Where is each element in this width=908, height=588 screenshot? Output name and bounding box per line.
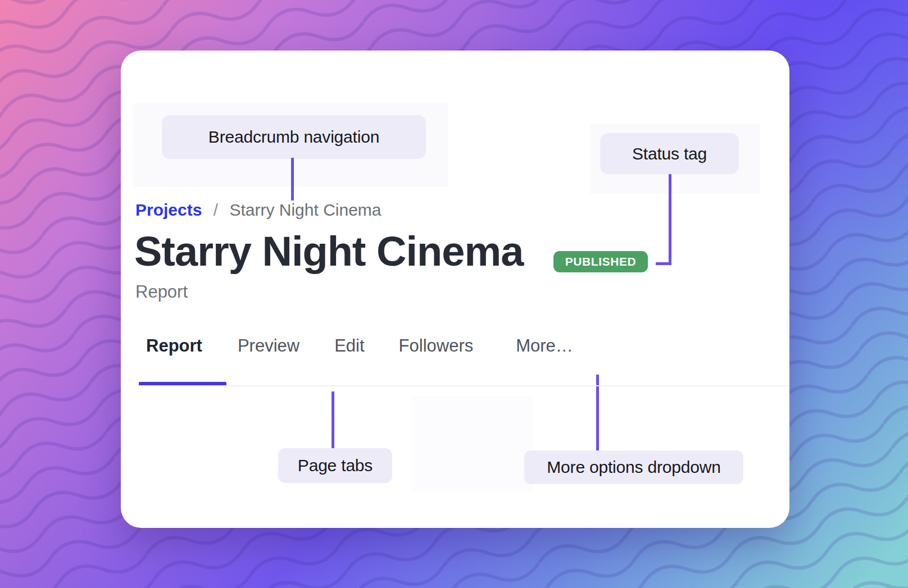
annotation-status-text: Status tag: [632, 144, 707, 163]
annotation-breadcrumb-text: Breadcrumb navigation: [208, 127, 379, 147]
screenshot-tint-region: [412, 396, 533, 491]
annotation-page-tabs-text: Page tabs: [298, 456, 373, 475]
annotation-status-connector-line: [669, 174, 671, 265]
project-header-card: Breadcrumb navigation Status tag Page ta…: [121, 51, 789, 528]
scene: Breadcrumb navigation Status tag Page ta…: [0, 0, 908, 588]
breadcrumb: Projects / Starry Night Cinema: [135, 200, 382, 220]
annotation-status-callout: Status tag: [600, 133, 739, 174]
annotation-more-options-callout: More options dropdown: [524, 450, 743, 484]
breadcrumb-current-page: Starry Night Cinema: [229, 200, 381, 219]
tab-bar: Report Preview Edit Followers More…: [146, 336, 573, 356]
tab-report[interactable]: Report: [146, 336, 202, 356]
tab-followers[interactable]: Followers: [399, 336, 474, 356]
page-subtitle: Report: [135, 282, 188, 302]
breadcrumb-link-projects[interactable]: Projects: [135, 200, 202, 219]
annotation-page-tabs-callout: Page tabs: [278, 448, 392, 483]
status-badge: PUBLISHED: [553, 251, 648, 272]
annotation-more-options-text: More options dropdown: [547, 458, 720, 477]
tab-bar-divider: [139, 385, 789, 386]
annotation-breadcrumb-connector-line: [291, 158, 294, 200]
tab-preview[interactable]: Preview: [238, 336, 299, 356]
tab-more[interactable]: More…: [516, 336, 573, 356]
page-title: Starry Night Cinema: [134, 229, 523, 274]
breadcrumb-separator: /: [214, 200, 218, 219]
annotation-page-tabs-connector-line: [332, 391, 334, 448]
tab-edit[interactable]: Edit: [334, 336, 364, 356]
annotation-status-connector-elbow: [656, 262, 671, 265]
annotation-breadcrumb-callout: Breadcrumb navigation: [162, 115, 426, 159]
